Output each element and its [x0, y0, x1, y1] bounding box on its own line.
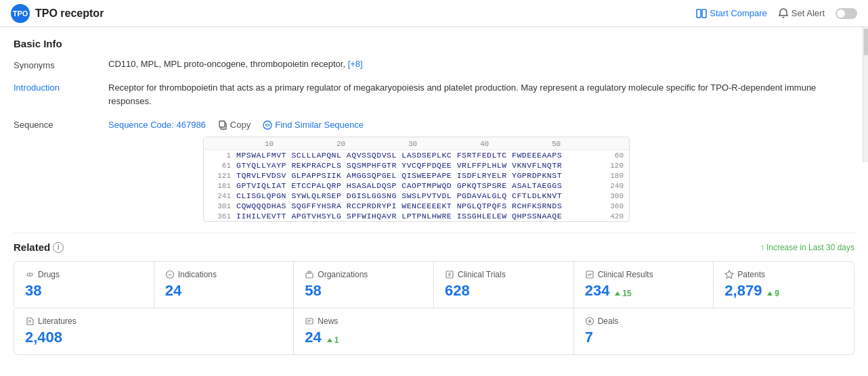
synonyms-row: Synonyms CD110, MPL, MPL proto-oncogene,… — [14, 59, 854, 70]
trials-icon — [445, 270, 454, 279]
drugs-value: 38 — [25, 282, 143, 300]
sequence-row-5: 241 CLISGLQPGN SYWLQLRSEP DGISLGGSNG SWS… — [204, 191, 629, 201]
news-value: 24 1 — [305, 329, 562, 346]
introduction-row: Introduction Receptor for thrombopoietin… — [14, 81, 854, 108]
svg-rect-1 — [702, 9, 706, 18]
svg-rect-8 — [306, 273, 313, 278]
scrollbar-thumb[interactable] — [864, 28, 868, 55]
header-left: TPO TPO receptor — [11, 4, 104, 23]
news-icon — [305, 316, 314, 326]
sequence-code-link[interactable]: Sequence Code: 467986 — [108, 120, 206, 130]
news-badge: 1 — [327, 335, 339, 345]
literatures-value: 2,408 — [25, 329, 282, 346]
copy-button[interactable]: Copy — [214, 118, 255, 131]
set-alert-button[interactable]: Set Alert — [778, 8, 825, 19]
svg-rect-0 — [697, 9, 701, 18]
lit-icon — [25, 316, 35, 326]
sequence-viewer[interactable]: 10 20 30 40 50 1 MPSWALFMVT SCLLLAPQNL A… — [203, 137, 630, 222]
sequence-row-7: 361 IIHILVEVTT APGTVHSYLG SPFWIHQAVR LPT… — [204, 211, 629, 221]
stat-cell-clinical-results[interactable]: Clinical Results 234 15 — [574, 262, 714, 308]
stat-cell-patents[interactable]: Patents 2,879 9 — [714, 262, 854, 308]
stat-cell-news[interactable]: News 24 1 — [294, 308, 573, 354]
organizations-value: 58 — [305, 282, 422, 300]
stat-cell-clinical-trials[interactable]: Clinical Trials 628 — [434, 262, 574, 308]
sequence-row-3: 121 TQRVLFVDSV GLPAPPSIIK AMGGSQPGEL QIS… — [204, 170, 629, 181]
clinical-trials-value: 628 — [445, 282, 563, 300]
increase-label: ↑ Increase in Last 30 days — [760, 243, 854, 252]
clinical-results-value: 234 15 — [585, 282, 703, 300]
main-content: Basic Info Synonyms CD110, MPL, MPL prot… — [0, 27, 868, 366]
clinical-results-badge: 15 — [615, 289, 631, 298]
sequence-row-1: 1 MPSWALFMVT SCLLLAPQNL AQVSSQDVSL LASDS… — [204, 150, 629, 160]
stat-cell-deals[interactable]: Deals 7 — [574, 308, 854, 354]
stat-cell-organizations[interactable]: Organizations 58 — [294, 262, 434, 308]
deals-icon — [585, 316, 594, 326]
patents-icon — [724, 270, 734, 279]
section-divider — [14, 233, 854, 233]
introduction-label[interactable]: Introduction — [14, 81, 108, 93]
sequence-ruler: 10 20 30 40 50 — [204, 137, 629, 150]
app-logo: TPO — [11, 4, 30, 23]
patents-value: 2,879 9 — [724, 282, 843, 300]
sequence-label: Sequence — [14, 118, 108, 130]
bell-icon — [778, 8, 789, 19]
page-title: TPO receptor — [35, 7, 104, 20]
basic-info-title: Basic Info — [14, 38, 854, 49]
stats-grid: Drugs 38 Indications 24 Organizati — [14, 261, 854, 308]
introduction-text: Receptor for thrombopoietin that acts as… — [108, 81, 854, 108]
sequence-row-6: 301 CQWQQQDHAS SQGFFYHSRA RCCPRDRYPI WEN… — [204, 201, 629, 211]
start-compare-button[interactable]: Start Compare — [696, 8, 767, 19]
related-header: Related i ↑ Increase in Last 30 days — [14, 241, 854, 253]
svg-point-4 — [263, 121, 272, 129]
page-scrollbar[interactable] — [863, 27, 868, 162]
synonyms-more-link[interactable]: [+8] — [348, 59, 363, 69]
stat-cell-indications[interactable]: Indications 24 — [154, 262, 295, 308]
set-alert-toggle[interactable] — [836, 8, 857, 19]
indications-icon — [165, 270, 175, 279]
find-similar-button[interactable]: Find Similar Sequence — [263, 120, 364, 130]
compare-icon — [696, 8, 707, 19]
dna-icon — [263, 120, 272, 130]
sequence-row: Sequence Sequence Code: 467986 Copy — [14, 118, 854, 222]
synonyms-label: Synonyms — [14, 59, 108, 70]
sequence-row-2: 61 GTYQLLYAYP REKPRACPLS SQSMPHFGTR YVCQ… — [204, 160, 629, 170]
deals-value: 7 — [585, 329, 843, 346]
app-header: TPO TPO receptor Start Compare Set Alert — [0, 0, 868, 27]
indications-value: 24 — [165, 282, 283, 300]
related-title: Related i — [14, 241, 64, 253]
copy-icon — [218, 120, 227, 130]
org-icon — [305, 270, 314, 279]
svg-rect-9 — [308, 271, 311, 273]
stats-grid-row2: Literatures 2,408 News 24 1 — [14, 308, 854, 355]
svg-rect-3 — [219, 121, 225, 127]
sequence-value-area: Sequence Code: 467986 Copy Find Similar … — [108, 118, 854, 222]
synonyms-value: CD110, MPL, MPL proto-oncogene, thrombop… — [108, 59, 854, 69]
related-info-icon[interactable]: i — [53, 242, 64, 253]
results-icon — [585, 270, 594, 279]
pill-icon — [25, 270, 35, 279]
header-right: Start Compare Set Alert — [696, 8, 857, 19]
sequence-row-4: 181 GPTVIQLIАT ETCCPALQRP HSASALDQSP CAO… — [204, 181, 629, 191]
stat-cell-drugs[interactable]: Drugs 38 — [14, 262, 154, 308]
patents-badge: 9 — [767, 289, 779, 298]
stat-cell-literatures[interactable]: Literatures 2,408 — [14, 308, 294, 354]
svg-rect-17 — [306, 319, 313, 324]
sequence-header: Sequence Code: 467986 Copy Find Similar … — [108, 118, 854, 131]
